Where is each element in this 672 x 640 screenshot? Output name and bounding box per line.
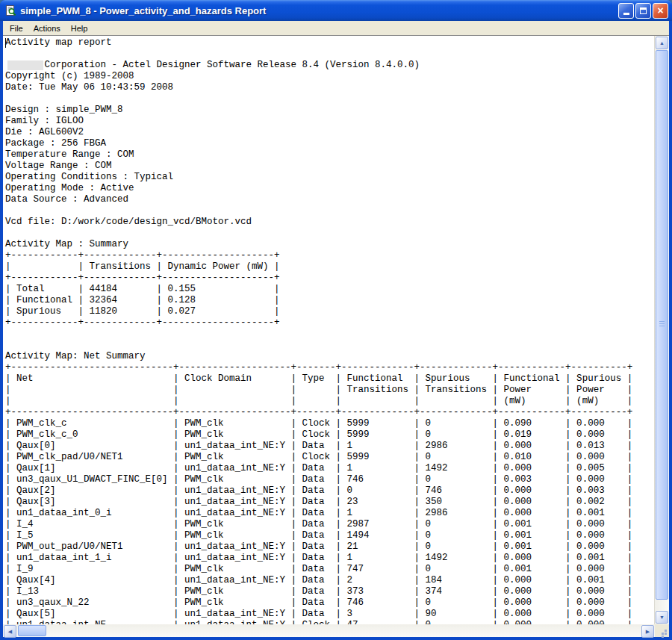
- content-area: Activity map report Corporation - Actel …: [3, 35, 669, 624]
- report-viewport[interactable]: Activity map report Corporation - Actel …: [3, 36, 654, 624]
- resize-grip[interactable]: [655, 624, 669, 637]
- bottom-bar: ◀ ▶: [3, 624, 669, 637]
- menu-bar: File Actions Help: [3, 21, 669, 35]
- text-cursor: [5, 38, 6, 48]
- app-window: simple_PWM_8 - Power_activity_and_hazard…: [0, 0, 672, 640]
- horizontal-scrollbar[interactable]: ◀ ▶: [3, 624, 655, 637]
- horizontal-scroll-track[interactable]: [17, 624, 641, 637]
- scroll-left-icon: ◀: [8, 629, 12, 634]
- close-icon: ×: [657, 5, 663, 16]
- scroll-down-button[interactable]: ▼: [656, 611, 668, 624]
- scroll-up-button[interactable]: ▲: [656, 37, 668, 49]
- window-title: simple_PWM_8 - Power_activity_and_hazard…: [20, 5, 615, 16]
- vertical-scroll-thumb[interactable]: [656, 50, 668, 600]
- horizontal-scroll-thumb[interactable]: [18, 625, 46, 636]
- scroll-right-icon: ▶: [646, 629, 650, 634]
- window-controls: ×: [618, 3, 668, 19]
- minimize-button[interactable]: [618, 3, 634, 19]
- title-bar[interactable]: simple_PWM_8 - Power_activity_and_hazard…: [0, 0, 672, 21]
- vertical-scroll-track[interactable]: [655, 50, 669, 610]
- menu-file[interactable]: File: [4, 22, 28, 34]
- scroll-down-icon: ▼: [659, 615, 665, 620]
- report-document-magnifier-icon[interactable]: [4, 4, 16, 16]
- maximize-icon: [640, 7, 647, 14]
- scroll-up-icon: ▲: [659, 40, 665, 46]
- scroll-right-button[interactable]: ▶: [641, 625, 654, 638]
- redacted-company-box: [7, 60, 43, 70]
- report-text: Activity map report Corporation - Actel …: [3, 36, 654, 624]
- minimize-icon: [623, 13, 629, 15]
- vertical-scrollbar[interactable]: ▲ ▼: [654, 36, 669, 624]
- menu-help[interactable]: Help: [66, 22, 93, 34]
- maximize-button[interactable]: [635, 3, 651, 19]
- menu-actions[interactable]: Actions: [28, 22, 66, 34]
- scroll-left-button[interactable]: ◀: [4, 625, 16, 638]
- close-button[interactable]: ×: [653, 3, 668, 19]
